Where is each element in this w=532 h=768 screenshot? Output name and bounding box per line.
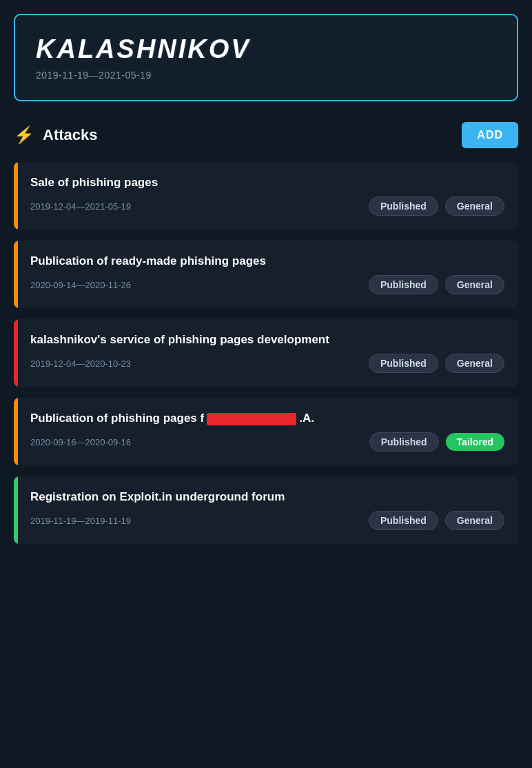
card-meta: 2020-09-14—2020-11-26PublishedGeneral xyxy=(30,275,504,294)
attack-date-range: 2019-11-19—2019-11-19 xyxy=(30,516,131,526)
badge-general: General xyxy=(445,196,504,216)
actor-name: KALASHNIKOV xyxy=(36,34,496,64)
badge-general: General xyxy=(445,275,504,294)
badge-published: Published xyxy=(369,432,439,452)
card-content: Sale of phishing pages2019-12-04—2021-05… xyxy=(18,162,518,230)
card-content: kalashnikov's service of phishing pages … xyxy=(18,319,518,387)
card-meta: 2019-12-04—2020-10-23PublishedGeneral xyxy=(30,354,504,373)
card-content: Publication of ready-made phishing pages… xyxy=(18,241,518,308)
attack-card[interactable]: kalashnikov's service of phishing pages … xyxy=(14,319,518,387)
header-card: KALASHNIKOV 2019-11-19—2021-05-19 xyxy=(14,14,518,101)
attack-date-range: 2020-09-16—2020-09-16 xyxy=(30,437,131,447)
card-meta: 2019-12-04—2021-05-19PublishedGeneral xyxy=(30,196,504,216)
actor-date-range: 2019-11-19—2021-05-19 xyxy=(36,70,496,81)
card-meta: 2019-11-19—2019-11-19PublishedGeneral xyxy=(30,511,504,530)
card-meta: 2020-09-16—2020-09-16PublishedTailored xyxy=(30,432,504,452)
badge-general: General xyxy=(445,354,504,373)
lightning-icon: ⚡ xyxy=(14,125,34,145)
add-attack-button[interactable]: ADD xyxy=(462,122,518,148)
attack-date-range: 2020-09-14—2020-11-26 xyxy=(30,280,131,290)
badge-published: Published xyxy=(369,511,438,530)
attack-title: Registration on Exploit.in underground f… xyxy=(30,490,504,504)
section-title-group: ⚡ Attacks xyxy=(14,125,97,145)
badge-published: Published xyxy=(369,354,438,373)
card-content: Registration on Exploit.in underground f… xyxy=(18,476,518,544)
badge-general: General xyxy=(445,511,504,530)
badge-published: Published xyxy=(369,275,438,294)
attack-card[interactable]: Registration on Exploit.in underground f… xyxy=(14,476,518,544)
attacks-section-header: ⚡ Attacks ADD xyxy=(14,122,518,148)
attack-card[interactable]: Publication of ready-made phishing pages… xyxy=(14,241,518,308)
attack-date-range: 2019-12-04—2021-05-19 xyxy=(30,201,131,212)
attack-title: kalashnikov's service of phishing pages … xyxy=(30,333,504,347)
attack-title: Publication of phishing pages f.A. xyxy=(30,412,504,425)
section-title: Attacks xyxy=(43,126,97,144)
attack-title: Sale of phishing pages xyxy=(30,176,504,190)
attacks-list: Sale of phishing pages2019-12-04—2021-05… xyxy=(14,162,518,544)
card-content: Publication of phishing pages f.A.2020-0… xyxy=(18,398,518,465)
badge-tailored: Tailored xyxy=(446,433,504,451)
attack-title: Publication of ready-made phishing pages xyxy=(30,254,504,268)
attack-card[interactable]: Sale of phishing pages2019-12-04—2021-05… xyxy=(14,162,518,230)
attack-card[interactable]: Publication of phishing pages f.A.2020-0… xyxy=(14,398,518,465)
attack-date-range: 2019-12-04—2020-10-23 xyxy=(30,358,131,369)
badge-published: Published xyxy=(369,196,438,216)
redacted-block xyxy=(207,413,296,425)
